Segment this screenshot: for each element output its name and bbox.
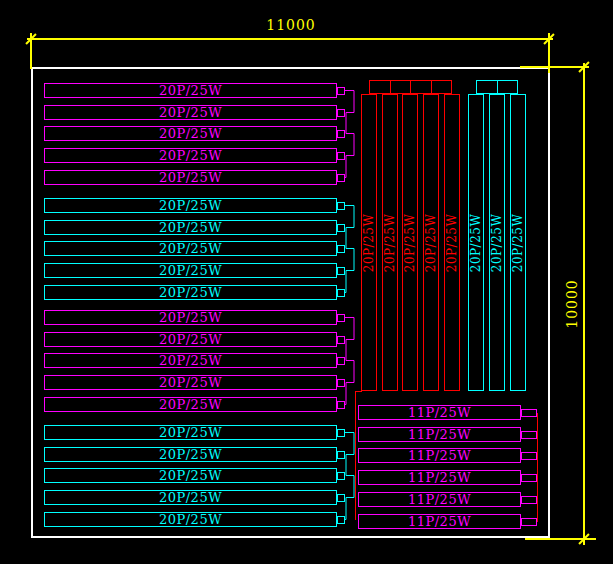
bar-connector-stub: [337, 109, 345, 117]
bar-connector-stub: [337, 174, 345, 182]
vertical-bar-label: 20P/25W: [444, 213, 460, 273]
bar-20p-25w[interactable]: 20P/25W: [44, 170, 337, 185]
bar-group-chain-line: [345, 206, 354, 293]
vertical-bar-label: 20P/25W: [402, 213, 418, 273]
bar-20p-25w[interactable]: 20P/25W: [44, 353, 337, 368]
bar-20p-25w[interactable]: 20P/25W: [44, 105, 337, 120]
vertical-bar-label: 20P/25W: [423, 213, 439, 273]
bar-20p-25w[interactable]: 20P/25W: [44, 198, 337, 213]
bottom-group-trunk-right: [537, 413, 538, 522]
bar-connector-stub: [337, 451, 345, 459]
bar-connector-stub: [337, 379, 345, 387]
bar-connector-stub: [521, 409, 537, 417]
bar-connector-stub: [337, 130, 345, 138]
bar-connector-stub: [521, 496, 537, 504]
bar-11p-25w[interactable]: 11P/25W: [358, 514, 521, 529]
dim-right-line[interactable]: [583, 63, 585, 545]
bar-20p-25w[interactable]: 20P/25W: [44, 126, 337, 141]
bar-20p-25w[interactable]: 20P/25W: [44, 220, 337, 235]
bar-20p-25w[interactable]: 20P/25W: [44, 447, 337, 462]
vertical-bar-label: 20P/25W: [361, 213, 377, 273]
vertical-bar-header-divider: [390, 80, 391, 94]
vertical-bar-label: 20P/25W: [382, 213, 398, 273]
cad-drawing-canvas: 11000 10000 20P/25W20P/25W20P/25W20P/25W…: [0, 0, 613, 564]
bar-20p-25w[interactable]: 20P/25W: [44, 375, 337, 390]
vertical-bar-header-divider: [431, 80, 432, 94]
bar-20p-25w[interactable]: 20P/25W: [44, 285, 337, 300]
bar-20p-25w[interactable]: 20P/25W: [44, 332, 337, 347]
bar-20p-25w[interactable]: 20P/25W: [44, 490, 337, 505]
bar-20p-25w[interactable]: 20P/25W: [44, 397, 337, 412]
bar-20p-25w[interactable]: 20P/25W: [44, 425, 337, 440]
bar-connector-stub: [337, 494, 345, 502]
bar-11p-25w[interactable]: 11P/25W: [358, 492, 521, 507]
bar-connector-stub: [337, 152, 345, 160]
bar-connector-stub: [337, 267, 345, 275]
bar-connector-stub: [337, 516, 345, 524]
bar-connector-stub: [337, 429, 345, 437]
bar-11p-25w[interactable]: 11P/25W: [358, 427, 521, 442]
bottom-group-trunk-left: [355, 391, 356, 520]
bar-20p-25w[interactable]: 20P/25W: [44, 148, 337, 163]
dim-right-label[interactable]: 10000: [564, 274, 580, 334]
bar-group-chain-line: [345, 433, 354, 520]
bar-20p-25w[interactable]: 20P/25W: [44, 241, 337, 256]
bar-connector-stub: [337, 87, 345, 95]
vertical-bar-label: 20P/25W: [468, 213, 484, 273]
bar-connector-stub: [337, 202, 345, 210]
dim-right-extension-top: [520, 66, 589, 68]
vertical-bar-header-divider: [497, 80, 498, 94]
bar-connector-stub: [521, 474, 537, 482]
bar-11p-25w[interactable]: 11P/25W: [358, 448, 521, 463]
bar-20p-25w[interactable]: 20P/25W: [44, 310, 337, 325]
bar-group-chain-line: [345, 91, 354, 178]
vertical-bar-label: 20P/25W: [489, 213, 505, 273]
bar-20p-25w[interactable]: 20P/25W: [44, 468, 337, 483]
bar-group-chain-line: [345, 318, 354, 405]
dim-top-label[interactable]: 11000: [261, 17, 321, 33]
vertical-bar-label: 20P/25W: [510, 213, 526, 273]
bar-connector-stub: [337, 314, 345, 322]
bar-connector-stub: [337, 472, 345, 480]
bar-connector-stub: [337, 336, 345, 344]
bar-11p-25w[interactable]: 11P/25W: [358, 470, 521, 485]
bar-connector-stub: [337, 357, 345, 365]
bar-connector-stub: [521, 518, 537, 526]
vertical-bar-header-divider: [410, 80, 411, 94]
bar-11p-25w[interactable]: 11P/25W: [358, 405, 521, 420]
bar-20p-25w[interactable]: 20P/25W: [44, 512, 337, 527]
bar-20p-25w[interactable]: 20P/25W: [44, 263, 337, 278]
bar-20p-25w[interactable]: 20P/25W: [44, 83, 337, 98]
bottom-group-trunk-left-link: [355, 391, 362, 392]
bar-connector-stub: [521, 452, 537, 460]
bar-connector-stub: [337, 401, 345, 409]
bar-connector-stub: [337, 245, 345, 253]
dim-top-line[interactable]: [27, 38, 553, 40]
bar-connector-stub: [521, 431, 537, 439]
bar-connector-stub: [337, 224, 345, 232]
bar-connector-stub: [337, 289, 345, 297]
